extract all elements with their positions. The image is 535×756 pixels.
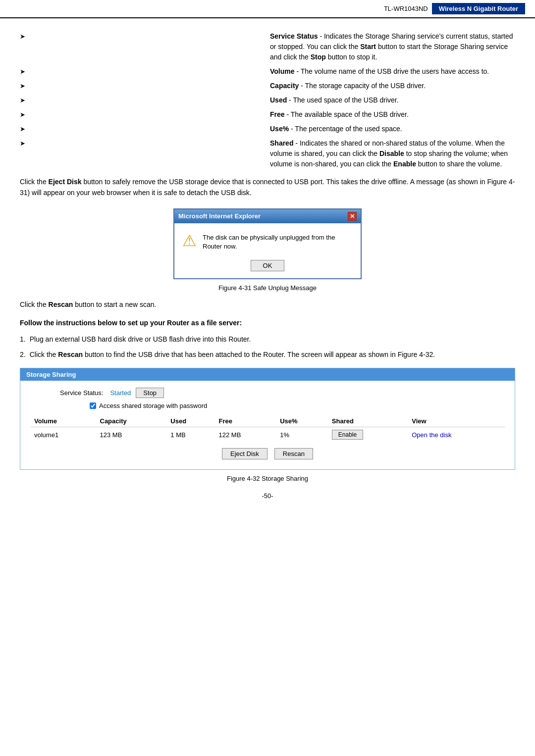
list-item: ➤ Volume - The volume name of the USB dr…	[20, 66, 515, 77]
cell-view: Open the disk	[408, 427, 505, 443]
bullet-arrow: ➤	[20, 110, 265, 120]
list-item: ➤ Use% - The percentage of the used spac…	[20, 124, 515, 134]
bold-disable: Disable	[379, 150, 404, 157]
col-shared: Shared	[328, 415, 408, 427]
term-free: Free	[270, 110, 285, 118]
term-service-status: Service Status	[270, 32, 318, 40]
volume-table-header: Volume Capacity Used Free Use% Shared Vi…	[30, 415, 505, 427]
bullet-arrow: ➤	[20, 81, 265, 91]
bullet-arrow: ➤	[20, 124, 265, 134]
dialog-container: Microsoft Internet Explorer ✕ ⚠ The disk…	[20, 208, 515, 279]
list-item: ➤ Free - The available space of the USB …	[20, 109, 515, 120]
step-1: 1. Plug an external USB hard disk drive …	[20, 334, 515, 345]
col-view: View	[408, 415, 505, 427]
bold-rescan: Rescan	[49, 301, 73, 308]
bold-eject-disk: Eject Disk	[49, 178, 82, 186]
list-item: ➤ Used - The used space of the USB drive…	[20, 95, 515, 105]
rescan-paragraph: Click the Rescan button to start a new s…	[20, 300, 515, 310]
cell-capacity: 123 MB	[96, 427, 167, 443]
access-checkbox[interactable]	[90, 403, 96, 409]
figure32-caption: Figure 4-32 Storage Sharing	[20, 475, 515, 482]
bold-stop: Stop	[311, 53, 326, 61]
bullet-arrow: ➤	[20, 32, 265, 42]
model-label: TL-WR1043ND	[384, 5, 428, 12]
table-row: volume1 123 MB 1 MB 122 MB 1% Enable Ope…	[30, 427, 505, 443]
open-disk-link[interactable]: Open the disk	[412, 431, 451, 439]
list-item: ➤ Shared - Indicates the shared or non-s…	[20, 138, 515, 169]
access-label: Access shared storage with password	[99, 402, 207, 409]
step-2-text: Click the Rescan button to find the USB …	[30, 350, 435, 360]
col-used: Used	[166, 415, 214, 427]
volume-table-body: volume1 123 MB 1 MB 122 MB 1% Enable Ope…	[30, 427, 505, 443]
feature-list: ➤ Service Status - Indicates the Storage…	[20, 31, 515, 169]
list-item: ➤ Service Status - Indicates the Storage…	[20, 31, 515, 62]
dialog-close-button[interactable]: ✕	[348, 212, 357, 221]
dialog-titlebar: Microsoft Internet Explorer ✕	[174, 209, 361, 223]
bullet-arrow: ➤	[20, 96, 265, 105]
steps-list: 1. Plug an external USB hard disk drive …	[20, 334, 515, 360]
eject-paragraph: Click the Eject Disk button to safely re…	[20, 176, 515, 199]
dialog-ok-button[interactable]: OK	[251, 260, 285, 271]
step-1-text: Plug an external USB hard disk drive or …	[30, 334, 251, 345]
step-number-1: 1.	[20, 334, 26, 345]
cell-used: 1 MB	[166, 427, 214, 443]
service-status-label: Service Status:	[60, 389, 103, 397]
started-text: Started	[110, 389, 131, 397]
step-number-2: 2.	[20, 350, 26, 360]
col-volume: Volume	[30, 415, 96, 427]
service-status-row: Service Status: Started Stop	[60, 388, 505, 398]
col-free: Free	[215, 415, 276, 427]
figure31-caption: Figure 4-31 Safe Unplug Message	[20, 284, 515, 292]
term-capacity: Capacity	[270, 82, 299, 90]
term-volume: Volume	[270, 67, 295, 75]
warning-icon: ⚠	[182, 231, 197, 250]
volume-table: Volume Capacity Used Free Use% Shared Vi…	[30, 415, 505, 442]
storage-sharing-header: Storage Sharing	[20, 368, 515, 381]
cell-volume: volume1	[30, 427, 96, 443]
step2-bold-rescan: Rescan	[58, 351, 83, 358]
enable-button[interactable]: Enable	[332, 430, 363, 440]
main-content: ➤ Service Status - Indicates the Storage…	[0, 26, 535, 519]
bullet-arrow: ➤	[20, 67, 265, 77]
storage-sharing-container: Storage Sharing Service Status: Started …	[20, 368, 515, 470]
access-row: Access shared storage with password	[90, 402, 505, 409]
cell-shared: Enable	[328, 427, 408, 443]
term-shared: Shared	[270, 139, 293, 147]
col-capacity: Capacity	[96, 415, 167, 427]
eject-disk-button[interactable]: Eject Disk	[222, 448, 268, 459]
product-title: Wireless N Gigabit Router	[432, 3, 525, 14]
step-2: 2. Click the Rescan button to find the U…	[20, 350, 515, 360]
dialog-body: ⚠ The disk can be physically unplugged f…	[174, 223, 361, 256]
table-header-row: Volume Capacity Used Free Use% Shared Vi…	[30, 415, 505, 427]
dialog-footer: OK	[174, 256, 361, 278]
page-header: TL-WR1043ND Wireless N Gigabit Router	[0, 0, 535, 18]
bullet-arrow: ➤	[20, 139, 265, 149]
list-item: ➤ Capacity - The storage capacity of the…	[20, 81, 515, 91]
cell-use-percent: 1%	[276, 427, 328, 443]
stop-button[interactable]: Stop	[136, 388, 164, 398]
bold-enable: Enable	[393, 160, 416, 168]
dialog-title: Microsoft Internet Explorer	[178, 212, 261, 220]
storage-sharing-body: Service Status: Started Stop Access shar…	[20, 381, 515, 469]
action-row: Eject Disk Rescan	[30, 448, 505, 462]
term-use-percent: Use%	[270, 125, 289, 133]
bold-start: Start	[360, 43, 376, 50]
rescan-button[interactable]: Rescan	[274, 448, 313, 459]
dialog-message: The disk can be physically unplugged fro…	[203, 230, 353, 251]
cell-free: 122 MB	[215, 427, 276, 443]
follow-instructions-heading: Follow the instructions below to set up …	[20, 318, 515, 328]
term-used: Used	[270, 96, 287, 104]
page-number: -50-	[20, 492, 515, 500]
internet-explorer-dialog: Microsoft Internet Explorer ✕ ⚠ The disk…	[173, 208, 362, 279]
col-use-percent: Use%	[276, 415, 328, 427]
